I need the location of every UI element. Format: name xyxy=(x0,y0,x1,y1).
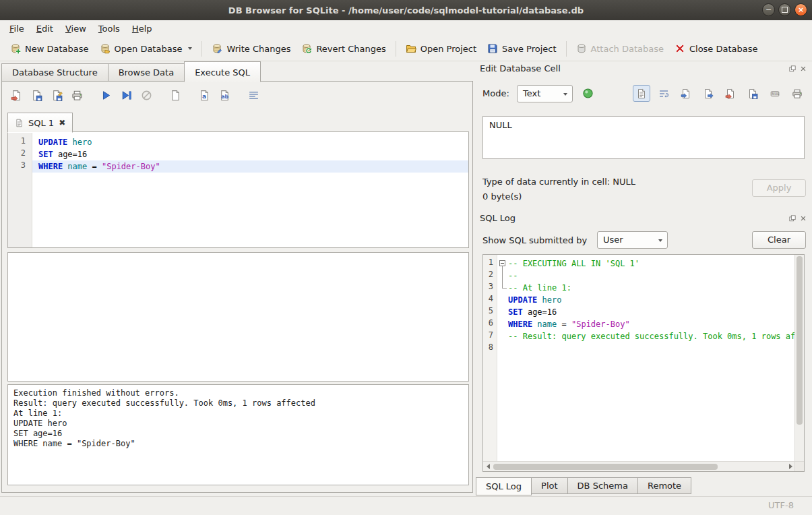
message-line: Result: query executed successfully. Too… xyxy=(13,398,463,408)
import-cell-button[interactable] xyxy=(677,85,695,102)
sql-tab[interactable]: SQL 1 ✖ xyxy=(7,113,73,133)
cell-value: NULL xyxy=(489,120,512,130)
execution-message-log[interactable]: Execution finished without errors. Resul… xyxy=(7,384,469,485)
edit-cell-toolbar xyxy=(633,85,806,102)
find-icon xyxy=(199,90,210,101)
format-sql-button[interactable] xyxy=(243,86,263,104)
close-icon[interactable] xyxy=(800,215,807,222)
print-icon xyxy=(71,90,83,101)
open-cell-file-button[interactable] xyxy=(722,85,739,102)
save-project-button[interactable]: Save Project xyxy=(482,40,562,57)
stop-execution-button[interactable] xyxy=(136,86,156,104)
open-database-dropdown-icon[interactable] xyxy=(188,47,192,50)
export-cell-button[interactable] xyxy=(699,85,717,102)
dock-tab-bar: SQL Log Plot DB Schema Remote xyxy=(476,477,691,495)
save-file-icon xyxy=(747,88,758,99)
execute-sql-button[interactable] xyxy=(96,86,116,104)
menu-tools[interactable]: Tools xyxy=(92,22,126,35)
sql-log-view[interactable]: 1 2 3 4 5 6 7 8 -- EXECUTING ALL IN 'SQL… xyxy=(482,254,805,472)
float-icon[interactable] xyxy=(789,215,796,222)
print-cell-button[interactable] xyxy=(788,85,806,102)
tab-plot[interactable]: Plot xyxy=(531,477,568,494)
execute-current-line-button[interactable] xyxy=(116,86,136,104)
menu-help[interactable]: Help xyxy=(126,22,158,35)
green-ball-icon xyxy=(582,88,594,99)
save-cell-file-button[interactable] xyxy=(744,85,761,102)
new-sql-tab-button[interactable] xyxy=(165,86,185,104)
save-sql-file-icon xyxy=(31,90,42,101)
open-sql-file-button[interactable] xyxy=(6,86,26,104)
fold-guide-end xyxy=(497,282,508,294)
print-icon xyxy=(792,88,803,99)
close-database-button[interactable]: Close Database xyxy=(669,40,763,57)
new-database-button[interactable]: New Database xyxy=(5,40,94,57)
tab-browse-data[interactable]: Browse Data xyxy=(108,63,185,82)
save-sql-as-button[interactable] xyxy=(46,86,67,104)
replace-icon xyxy=(219,90,230,101)
open-database-button[interactable]: Open Database xyxy=(94,40,198,57)
tab-execute-sql[interactable]: Execute SQL xyxy=(184,61,261,82)
cell-size-info: 0 byte(s) xyxy=(482,191,522,202)
word-wrap-button[interactable] xyxy=(655,85,673,102)
encoding-indicator[interactable]: UTF-8 xyxy=(768,500,794,510)
menu-bar: File Edit View Tools Help xyxy=(0,20,812,36)
log-line-numbers: 1 2 3 4 5 6 7 8 xyxy=(483,255,497,462)
find-button[interactable] xyxy=(194,86,214,104)
sql-log-title: SQL Log xyxy=(480,213,516,223)
menu-file[interactable]: File xyxy=(3,22,30,35)
print-sql-button[interactable] xyxy=(67,86,87,104)
open-sql-file-icon xyxy=(11,90,22,101)
sql-editor[interactable]: 1 2 3 UPDATE hero SET age=16 WHERE name … xyxy=(7,131,469,248)
float-icon[interactable] xyxy=(789,65,796,72)
message-line: UPDATE hero xyxy=(13,419,463,429)
scroll-left-arrow[interactable] xyxy=(483,462,493,471)
import-icon xyxy=(681,88,691,99)
word-wrap-icon xyxy=(658,88,669,99)
sql-tab-bar: SQL 1 ✖ xyxy=(7,112,73,132)
menu-edit[interactable]: Edit xyxy=(30,22,59,35)
menu-view[interactable]: View xyxy=(59,22,92,35)
close-button[interactable]: × xyxy=(794,3,807,16)
log-filter-select[interactable]: User xyxy=(597,231,668,249)
tab-db-schema[interactable]: DB Schema xyxy=(567,477,638,494)
close-icon[interactable] xyxy=(800,65,807,72)
revert-changes-icon xyxy=(301,43,312,54)
cell-value-editor[interactable]: NULL xyxy=(482,116,805,159)
open-project-button[interactable]: Open Project xyxy=(400,40,482,57)
horizontal-scrollbar-thumb[interactable] xyxy=(493,464,718,470)
tab-database-structure[interactable]: Database Structure xyxy=(1,63,108,82)
vertical-scrollbar[interactable] xyxy=(794,255,804,462)
scroll-right-arrow[interactable] xyxy=(786,462,795,471)
log-line: SET age=16 xyxy=(497,306,795,318)
title-bar[interactable]: DB Browser for SQLite - /home/user/code/… xyxy=(0,0,812,20)
sql-tab-close-button[interactable]: ✖ xyxy=(59,119,65,127)
editor-code-area[interactable]: UPDATE hero SET age=16 WHERE name = "Spi… xyxy=(32,132,468,247)
close-database-icon xyxy=(675,43,685,54)
vertical-scrollbar-thumb[interactable] xyxy=(797,256,803,425)
toolbar-separator xyxy=(201,41,202,57)
minimize-button[interactable]: − xyxy=(762,3,775,16)
tab-remote[interactable]: Remote xyxy=(637,477,691,494)
attach-database-button[interactable]: Attach Database xyxy=(571,40,669,57)
message-line: WHERE name = "Spider-Boy" xyxy=(13,439,463,449)
write-changes-button[interactable]: Write Changes xyxy=(206,40,296,57)
clear-log-button[interactable]: Clear xyxy=(752,231,806,249)
mode-select[interactable]: Text xyxy=(517,85,573,102)
horizontal-scrollbar[interactable] xyxy=(483,461,795,471)
save-sql-file-button[interactable] xyxy=(26,86,46,104)
mode-label: Mode: xyxy=(482,88,509,98)
apply-button[interactable]: Apply xyxy=(752,179,806,197)
fold-marker-collapse[interactable] xyxy=(497,258,508,270)
text-mode-button[interactable] xyxy=(633,85,650,102)
fold-guide xyxy=(497,270,508,282)
maximize-button[interactable] xyxy=(778,3,791,16)
results-grid[interactable] xyxy=(7,252,469,382)
log-line: -- At line 1: xyxy=(497,282,795,294)
tab-sql-log[interactable]: SQL Log xyxy=(476,477,532,495)
maximize-icon xyxy=(782,7,788,13)
message-line: Execution finished without errors. xyxy=(13,388,463,398)
external-app-button[interactable] xyxy=(578,84,597,102)
replace-button[interactable] xyxy=(214,86,235,104)
set-null-button[interactable] xyxy=(766,85,784,102)
revert-changes-button[interactable]: Revert Changes xyxy=(296,40,391,57)
